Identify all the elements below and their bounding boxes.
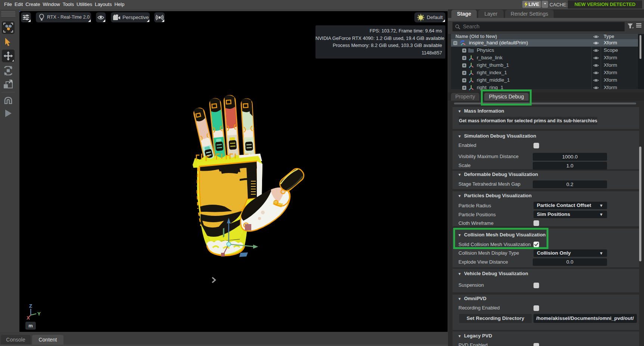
svg-text:X: X: [27, 315, 30, 320]
svg-text:Y: Y: [37, 311, 41, 317]
svg-text:Z: Z: [29, 303, 32, 309]
